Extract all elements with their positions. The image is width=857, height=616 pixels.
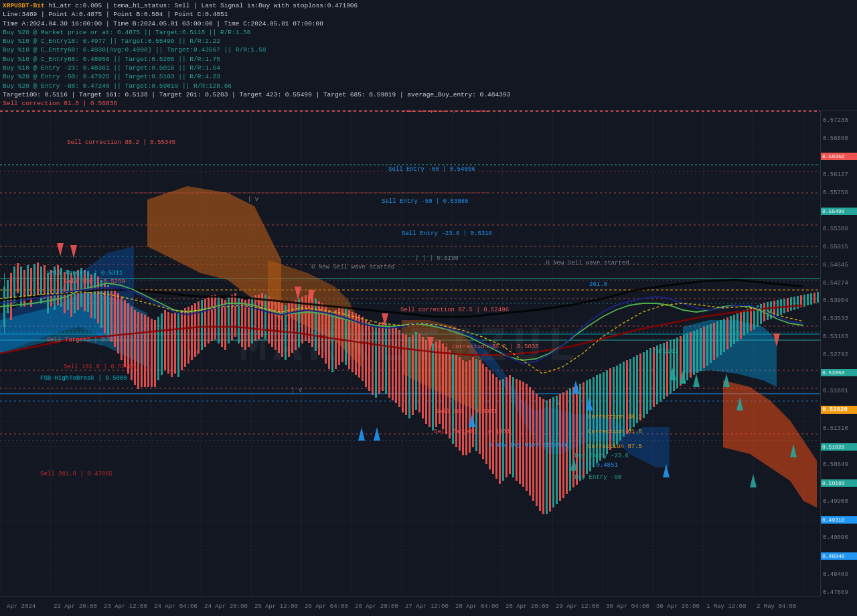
buy5: Buy %10 @ Entry -23: 0.48361 || Target:0… xyxy=(3,64,220,72)
svg-rect-211 xyxy=(542,399,544,514)
svg-rect-217 xyxy=(562,392,564,498)
svg-rect-124 xyxy=(251,297,253,343)
svg-rect-188 xyxy=(465,362,467,455)
svg-rect-137 xyxy=(295,300,297,350)
svg-rect-122 xyxy=(244,300,246,350)
svg-rect-231 xyxy=(609,368,611,450)
price-47669: 0.47669 xyxy=(821,589,857,596)
svg-rect-246 xyxy=(659,344,661,402)
svg-rect-287 xyxy=(797,296,799,309)
svg-rect-250 xyxy=(673,339,675,391)
svg-rect-87 xyxy=(127,303,129,374)
buy3: Buy %10 @ C_Entry68: 0.4938(Avg:0.4908) … xyxy=(3,46,266,54)
time-label-26apr20: 26 Apr 20:00 xyxy=(355,603,398,610)
svg-rect-239 xyxy=(636,355,638,423)
price-55756: 0.55756 xyxy=(821,189,857,196)
svg-rect-209 xyxy=(536,394,538,506)
svg-rect-104 xyxy=(184,308,186,367)
svg-rect-91 xyxy=(141,313,143,387)
svg-rect-94 xyxy=(151,319,153,387)
svg-rect-178 xyxy=(432,343,434,431)
svg-rect-204 xyxy=(519,380,521,484)
svg-rect-195 xyxy=(489,370,491,469)
svg-rect-175 xyxy=(422,337,424,418)
svg-rect-254 xyxy=(686,333,688,380)
svg-rect-184 xyxy=(452,354,454,444)
svg-rect-236 xyxy=(626,360,628,434)
svg-rect-51 xyxy=(7,280,9,313)
svg-rect-234 xyxy=(619,364,621,441)
svg-rect-220 xyxy=(572,387,574,487)
svg-rect-166 xyxy=(392,327,394,400)
svg-rect-119 xyxy=(234,293,236,337)
svg-rect-229 xyxy=(603,372,605,458)
svg-rect-201 xyxy=(509,375,511,474)
svg-rect-215 xyxy=(556,396,558,504)
time-label-23apr12: 23 Apr 12:00 xyxy=(104,603,147,610)
sep2: | xyxy=(41,11,48,18)
line-info: Line:3489 | Point A:0.4875 | Point B:0.5… xyxy=(3,10,854,19)
svg-rect-248 xyxy=(666,341,668,396)
buy1: Buy %20 @ Market price or at: 0.4875 || … xyxy=(3,29,251,36)
svg-rect-54 xyxy=(17,263,19,293)
last-signal-text: Last Signal is:Buy with stoploss:0.47190… xyxy=(202,2,358,9)
svg-rect-278 xyxy=(767,302,769,320)
svg-rect-208 xyxy=(532,390,534,501)
time-label-1may12: 1 May 12:00 xyxy=(706,603,746,610)
svg-rect-261 xyxy=(710,324,712,363)
svg-rect-98 xyxy=(164,310,166,370)
svg-rect-285 xyxy=(790,297,792,311)
svg-rect-148 xyxy=(331,312,333,372)
price-56127: 0.56127 xyxy=(821,171,857,178)
svg-rect-256 xyxy=(693,331,695,375)
svg-rect-65 xyxy=(54,266,56,310)
svg-rect-241 xyxy=(643,352,645,418)
svg-rect-111 xyxy=(208,297,210,343)
svg-rect-228 xyxy=(599,374,601,461)
svg-rect-291 xyxy=(810,293,812,305)
svg-rect-243 xyxy=(649,348,651,410)
svg-rect-157 xyxy=(362,317,364,381)
svg-rect-238 xyxy=(633,357,635,427)
price-52050: 0.52050 xyxy=(821,369,857,376)
svg-rect-173 xyxy=(415,332,417,410)
svg-rect-284 xyxy=(787,298,789,312)
svg-rect-242 xyxy=(646,350,648,414)
svg-rect-126 xyxy=(258,295,260,339)
time-label-24apr04: 24 Apr 04:00 xyxy=(154,603,198,610)
svg-rect-240 xyxy=(639,354,641,420)
price-50649: 0.50649 xyxy=(821,461,857,468)
price-49096: 0.49096 xyxy=(821,534,857,541)
svg-rect-205 xyxy=(522,382,524,487)
svg-rect-272 xyxy=(747,309,749,333)
price-55386: 0.55386 xyxy=(821,226,857,232)
buy-line-1: Buy %20 @ Market price or at: 0.4875 || … xyxy=(3,28,854,37)
price-55015: 0.55015 xyxy=(821,244,857,250)
symbol-line: XRPUSDT-Bit h1_atr c:0.005 | tema_h1_sta… xyxy=(3,1,854,10)
svg-rect-79 xyxy=(100,280,102,328)
svg-rect-182 xyxy=(445,347,447,434)
svg-rect-210 xyxy=(539,397,541,511)
svg-rect-97 xyxy=(161,313,163,375)
atr-val: c:0.005 xyxy=(75,2,102,9)
svg-rect-189 xyxy=(469,360,471,453)
svg-rect-266 xyxy=(726,317,728,350)
svg-rect-251 xyxy=(676,337,678,388)
svg-rect-130 xyxy=(271,299,273,347)
time-label-apr: Apr 2024 xyxy=(7,603,35,610)
price-51310: 0.51310 xyxy=(821,425,857,432)
svg-rect-159 xyxy=(368,322,370,391)
svg-rect-186 xyxy=(459,357,461,451)
svg-rect-265 xyxy=(723,319,725,352)
time-label-24apr20: 24 Apr 20:00 xyxy=(204,603,248,610)
svg-rect-212 xyxy=(546,400,548,514)
svg-rect-264 xyxy=(720,320,722,355)
price-55499: 0.55499 xyxy=(821,208,857,215)
svg-rect-78 xyxy=(97,277,99,323)
svg-rect-95 xyxy=(154,320,156,387)
svg-rect-88 xyxy=(131,307,133,380)
svg-rect-147 xyxy=(328,310,330,369)
svg-rect-136 xyxy=(291,301,293,353)
price-51681: 0.51681 xyxy=(821,388,857,394)
sell-correction: Sell correction 81.8 | 0.56036 xyxy=(3,100,117,107)
